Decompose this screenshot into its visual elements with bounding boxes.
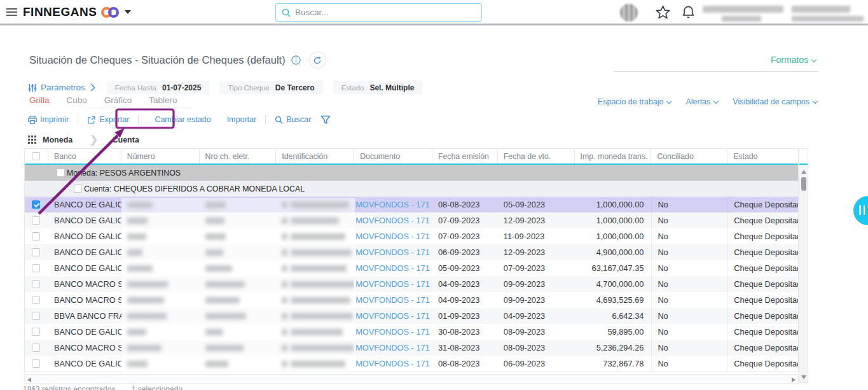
brand-caret-icon[interactable] bbox=[125, 10, 131, 14]
table-row[interactable]: BANCO DE GALICIAMOVFONDOS - 17108-08-202… bbox=[25, 197, 798, 212]
column-header-3[interactable]: Nro ch. eletr. bbox=[200, 149, 277, 164]
vertical-scroll-thumb[interactable] bbox=[801, 177, 806, 191]
scroll-up-arrow-icon[interactable] bbox=[801, 170, 806, 174]
cell-documento-link[interactable]: MOVFONDOS - 171 bbox=[354, 244, 432, 260]
column-header-4[interactable]: Identificación bbox=[276, 149, 354, 164]
notifications-bell-icon[interactable] bbox=[680, 4, 696, 21]
scroll-down-arrow-icon[interactable] bbox=[801, 375, 806, 379]
tab-cubo[interactable]: Cubo bbox=[67, 95, 87, 108]
parameter-chip-1[interactable]: Tipo ChequeDe Tercero bbox=[219, 81, 322, 94]
scroll-right-arrow-icon[interactable] bbox=[792, 377, 796, 382]
grid-grouping-icon[interactable] bbox=[28, 136, 36, 144]
parameter-chip-2[interactable]: EstadoSel. Múltiple bbox=[333, 81, 423, 94]
change-state-button[interactable]: Cambiar estado bbox=[155, 115, 210, 124]
column-header-10[interactable]: Estado bbox=[727, 149, 798, 164]
column-header-5[interactable]: Documento bbox=[354, 149, 432, 164]
export-icon bbox=[87, 116, 96, 124]
tab-tablero[interactable]: Tablero bbox=[149, 95, 177, 108]
user-name-redacted[interactable] bbox=[792, 6, 850, 13]
cell-documento-link[interactable]: MOVFONDOS - 171 bbox=[354, 228, 432, 244]
print-button[interactable]: Imprimir bbox=[28, 115, 69, 124]
table-row[interactable]: BANCO MACRO S.AMOVFONDOS - 17104-09-2023… bbox=[25, 292, 798, 308]
link-visibilidad-de-campos[interactable]: Visibilidad de campos bbox=[733, 97, 817, 106]
row-checkbox[interactable] bbox=[32, 248, 40, 256]
filter-funnel-icon[interactable] bbox=[320, 115, 331, 125]
table-row[interactable]: BANCO DE GALICIAMOVFONDOS - 17108-08-202… bbox=[25, 356, 798, 372]
row-checkbox[interactable] bbox=[32, 296, 40, 304]
column-header-2[interactable]: Número bbox=[121, 149, 200, 164]
column-header-9[interactable]: Conciliado bbox=[651, 149, 727, 164]
hamburger-menu-icon[interactable] bbox=[6, 8, 17, 17]
table-row[interactable]: BANCO DE GALICIAMOVFONDOS - 17107-09-202… bbox=[25, 212, 798, 228]
cell-nro-ch-eletr bbox=[200, 292, 277, 308]
table-row[interactable]: BANCO DE GALICIAMOVFONDOS - 17130-08-202… bbox=[25, 324, 798, 340]
parameters-toggle[interactable]: Parámetros bbox=[41, 83, 85, 92]
export-button[interactable]: Exportar bbox=[87, 115, 129, 124]
vertical-scrollbar[interactable] bbox=[799, 148, 808, 383]
redacted-value bbox=[205, 218, 224, 224]
column-header-8[interactable]: Imp. moneda trans. bbox=[575, 149, 652, 164]
company-name-redacted[interactable] bbox=[703, 6, 783, 13]
table-row[interactable]: BANCO DE GALICIAMOVFONDOS - 17107-09-202… bbox=[25, 228, 798, 244]
redacted-value bbox=[127, 202, 153, 208]
link-alertas[interactable]: Alertas bbox=[685, 97, 718, 106]
group-checkbox[interactable] bbox=[57, 169, 65, 177]
row-checkbox[interactable] bbox=[32, 264, 40, 272]
table-row[interactable]: BANCO DE GALICIAMOVFONDOS - 17106-09-202… bbox=[25, 244, 798, 260]
select-all-checkbox[interactable] bbox=[32, 152, 40, 160]
group-chip-moneda[interactable]: Moneda bbox=[43, 136, 72, 144]
link-espacio-de-trabajo[interactable]: Espacio de trabajo bbox=[598, 97, 672, 106]
table-row[interactable]: BANCO DE GALICIAMOVFONDOS - 17105-09-202… bbox=[25, 260, 798, 276]
cell-documento-link[interactable]: MOVFONDOS - 171 bbox=[354, 340, 432, 356]
cell-documento-link[interactable]: MOVFONDOS - 171 bbox=[354, 197, 432, 212]
group-row-level-1[interactable]: Moneda: PESOS ARGENTINOS bbox=[25, 165, 798, 181]
row-select-cell bbox=[25, 356, 48, 372]
refresh-button[interactable] bbox=[309, 52, 326, 69]
info-icon[interactable] bbox=[291, 55, 301, 65]
side-panel-toggle-button[interactable] bbox=[853, 196, 868, 225]
row-checkbox[interactable] bbox=[32, 312, 40, 320]
brand-logo[interactable]: FINNEGANS bbox=[23, 5, 131, 19]
redacted-value bbox=[282, 281, 287, 288]
cell-documento-link[interactable]: MOVFONDOS - 171 bbox=[354, 356, 432, 372]
column-header-1[interactable]: Banco bbox=[48, 149, 121, 164]
table-row[interactable]: BANCO MACRO S.AMOVFONDOS - 17104-09-2023… bbox=[25, 276, 798, 292]
row-checkbox[interactable] bbox=[32, 200, 40, 209]
global-search[interactable] bbox=[275, 3, 482, 22]
cell-documento-link[interactable]: MOVFONDOS - 171 bbox=[354, 276, 432, 292]
row-checkbox[interactable] bbox=[32, 280, 40, 288]
cell-documento-link[interactable]: MOVFONDOS - 171 bbox=[354, 212, 432, 228]
page-title: Situación de Cheques - Situación de Cheq… bbox=[29, 54, 286, 66]
group-checkbox[interactable] bbox=[74, 185, 82, 193]
horizontal-scrollbar[interactable] bbox=[24, 374, 799, 384]
row-checkbox[interactable] bbox=[32, 232, 40, 240]
row-checkbox[interactable] bbox=[32, 359, 40, 368]
column-header-6[interactable]: Fecha emisión bbox=[432, 149, 498, 164]
app-avatar-icon[interactable] bbox=[620, 4, 638, 22]
search-input[interactable] bbox=[295, 8, 467, 17]
chevron-right-icon[interactable] bbox=[90, 83, 95, 92]
cell-fecha-emision: 06-09-2023 bbox=[432, 244, 498, 260]
import-button[interactable]: Importar bbox=[227, 115, 257, 124]
row-checkbox[interactable] bbox=[32, 328, 40, 336]
tab-grilla[interactable]: Grilla bbox=[29, 95, 50, 108]
favorites-star-icon[interactable] bbox=[655, 4, 671, 20]
table-row[interactable]: BBVA BANCO FRAMOVFONDOS - 17101-09-20230… bbox=[25, 308, 798, 324]
scroll-left-arrow-icon[interactable] bbox=[27, 377, 31, 382]
redacted-value bbox=[127, 297, 164, 303]
row-checkbox[interactable] bbox=[32, 216, 40, 225]
parameter-chip-0[interactable]: Fecha Hasta01-07-2025 bbox=[107, 81, 210, 94]
group-chip-cuenta[interactable]: Cuenta bbox=[112, 136, 139, 144]
cell-conciliado: No bbox=[651, 292, 727, 308]
group-row-level-2[interactable]: Cuenta: CHEQUES DIFERIDOS A COBRAR MONED… bbox=[25, 181, 798, 197]
tab-grafico[interactable]: Gráfico bbox=[104, 95, 132, 108]
cell-documento-link[interactable]: MOVFONDOS - 171 bbox=[354, 324, 432, 340]
cell-documento-link[interactable]: MOVFONDOS - 171 bbox=[354, 292, 432, 308]
row-checkbox[interactable] bbox=[32, 344, 40, 352]
cell-documento-link[interactable]: MOVFONDOS - 171 bbox=[354, 308, 432, 324]
table-row[interactable]: BANCO MACRO S.AMOVFONDOS - 17131-08-2023… bbox=[25, 340, 798, 356]
cell-documento-link[interactable]: MOVFONDOS - 171 bbox=[354, 260, 432, 276]
column-header-7[interactable]: Fecha de vto. bbox=[498, 149, 575, 164]
formats-dropdown[interactable]: Formatos bbox=[771, 55, 816, 65]
grid-search-button[interactable]: Buscar bbox=[275, 115, 311, 124]
